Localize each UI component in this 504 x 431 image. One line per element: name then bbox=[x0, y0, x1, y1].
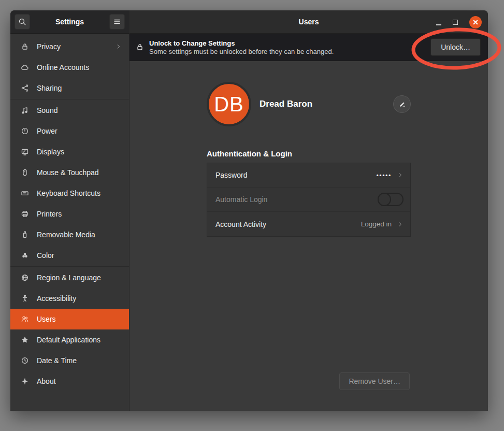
sidebar-divider bbox=[10, 99, 129, 99]
star-icon bbox=[21, 336, 29, 344]
sidebar-item-users[interactable]: Users bbox=[10, 309, 129, 329]
share-icon bbox=[21, 84, 29, 92]
sidebar-item-removable-media[interactable]: Removable Media bbox=[10, 224, 129, 245]
unlock-button[interactable]: Unlock… bbox=[430, 38, 481, 56]
globe-icon bbox=[21, 274, 29, 282]
auth-card: Password ••••• Automatic Login Accou bbox=[207, 163, 411, 237]
maximize-button[interactable] bbox=[453, 20, 458, 25]
close-button[interactable]: ✕ bbox=[469, 16, 482, 28]
sidebar-item-default-applications[interactable]: Default Applications bbox=[10, 329, 129, 350]
desktop: { "colors": { "accent": "#E0531F", "clos… bbox=[0, 0, 504, 431]
sidebar-item-label: Default Applications bbox=[37, 336, 100, 344]
sidebar-item-sound[interactable]: Sound bbox=[10, 100, 129, 121]
banner-text: Unlock to Change Settings Some settings … bbox=[149, 39, 334, 55]
chevron-right-icon bbox=[116, 44, 122, 50]
sidebar-item-privacy[interactable]: Privacy bbox=[10, 36, 129, 57]
password-label: Password bbox=[215, 171, 247, 179]
lock-icon bbox=[21, 42, 29, 51]
page-title: Users bbox=[299, 18, 319, 26]
automatic-login-row: Automatic Login bbox=[207, 188, 410, 212]
banner-title: Unlock to Change Settings bbox=[149, 39, 334, 47]
pencil-icon bbox=[398, 100, 406, 108]
sidebar-item-label: Color bbox=[37, 251, 54, 260]
sidebar-item-label: Sharing bbox=[37, 84, 62, 92]
sidebar-item-label: About bbox=[37, 377, 56, 385]
sidebar-item-label: Keyboard Shortcuts bbox=[37, 189, 100, 197]
section-title: Authentication & Login bbox=[207, 149, 411, 158]
chevron-right-icon bbox=[397, 221, 404, 227]
lock-icon bbox=[136, 43, 144, 51]
password-row[interactable]: Password ••••• bbox=[207, 163, 410, 188]
sidebar-item-sharing[interactable]: Sharing bbox=[10, 78, 129, 98]
sidebar-item-label: Online Accounts bbox=[37, 63, 89, 71]
sidebar-item-label: Mouse & Touchpad bbox=[37, 168, 99, 177]
account-activity-label: Account Activity bbox=[215, 220, 266, 228]
headerbar: Users ✕ bbox=[129, 10, 488, 34]
banner-subtitle: Some settings must be unlocked before th… bbox=[149, 48, 334, 55]
chevron-right-icon bbox=[397, 172, 404, 178]
sidebar: Settings Privacy Online Accounts Sharing… bbox=[10, 10, 129, 411]
sidebar-item-label: Accessibility bbox=[37, 294, 76, 303]
sidebar-item-displays[interactable]: Displays bbox=[10, 141, 129, 162]
sidebar-item-label: Sound bbox=[37, 106, 57, 114]
sidebar-item-power[interactable]: Power bbox=[10, 121, 129, 141]
sidebar-list: Privacy Online Accounts Sharing Sound Po… bbox=[10, 34, 129, 411]
menu-icon bbox=[113, 18, 121, 26]
sidebar-item-label: Privacy bbox=[37, 42, 61, 51]
sidebar-item-label: Power bbox=[37, 127, 57, 135]
sidebar-item-label: Printers bbox=[37, 210, 62, 218]
accessibility-icon bbox=[21, 294, 29, 303]
search-icon bbox=[18, 18, 26, 26]
sidebar-item-label: Displays bbox=[37, 148, 64, 156]
sidebar-item-online-accounts[interactable]: Online Accounts bbox=[10, 57, 129, 78]
sidebar-item-keyboard-shortcuts[interactable]: Keyboard Shortcuts bbox=[10, 183, 129, 204]
automatic-login-label: Automatic Login bbox=[215, 195, 267, 204]
account-activity-value: Logged in bbox=[361, 220, 392, 228]
sidebar-item-label: Region & Language bbox=[37, 274, 101, 282]
keyboard-icon bbox=[21, 189, 29, 197]
sidebar-item-label: Removable Media bbox=[37, 231, 95, 239]
users-icon bbox=[21, 315, 29, 323]
unlock-banner: Unlock to Change Settings Some settings … bbox=[129, 34, 488, 61]
users-content: DB Dread Baron Authentication & Login Pa… bbox=[129, 61, 488, 411]
profile-row: DB Dread Baron bbox=[207, 82, 411, 126]
account-activity-row[interactable]: Account Activity Logged in bbox=[207, 212, 410, 236]
mouse-icon bbox=[21, 168, 29, 177]
remove-user-button[interactable]: Remove User… bbox=[339, 372, 410, 390]
power-icon bbox=[21, 127, 29, 135]
window-controls: ✕ bbox=[436, 10, 482, 34]
minimize-button[interactable] bbox=[436, 24, 441, 25]
menu-button[interactable] bbox=[109, 14, 125, 30]
main-pane: Users ✕ Unlock to Change Settings Some s… bbox=[129, 10, 488, 411]
edit-name-button[interactable] bbox=[393, 95, 411, 113]
cloud-icon bbox=[21, 63, 29, 71]
clock-icon bbox=[21, 356, 29, 365]
display-icon bbox=[21, 148, 29, 156]
user-name: Dread Baron bbox=[260, 99, 312, 109]
usb-icon bbox=[21, 231, 29, 239]
sidebar-header: Settings bbox=[10, 10, 129, 34]
sidebar-item-mouse-touchpad[interactable]: Mouse & Touchpad bbox=[10, 162, 129, 183]
toggle-knob bbox=[378, 193, 391, 206]
automatic-login-toggle[interactable] bbox=[378, 193, 404, 206]
palette-icon bbox=[21, 251, 29, 260]
sparkle-icon bbox=[21, 377, 29, 385]
sidebar-item-region-language[interactable]: Region & Language bbox=[10, 267, 129, 288]
sidebar-item-accessibility[interactable]: Accessibility bbox=[10, 288, 129, 309]
settings-window: Settings Privacy Online Accounts Sharing… bbox=[10, 10, 488, 411]
password-value: ••••• bbox=[377, 172, 392, 178]
search-button[interactable] bbox=[15, 14, 30, 30]
sidebar-item-color[interactable]: Color bbox=[10, 245, 129, 266]
sidebar-item-label: Date & Time bbox=[37, 356, 77, 365]
printer-icon bbox=[21, 210, 29, 218]
sidebar-item-date-time[interactable]: Date & Time bbox=[10, 350, 129, 371]
sidebar-item-about[interactable]: About bbox=[10, 371, 129, 392]
sidebar-divider bbox=[10, 266, 129, 267]
music-icon bbox=[21, 106, 29, 114]
avatar[interactable]: DB bbox=[207, 82, 251, 126]
sidebar-item-label: Users bbox=[37, 315, 56, 323]
sidebar-title: Settings bbox=[55, 18, 84, 26]
sidebar-item-printers[interactable]: Printers bbox=[10, 204, 129, 224]
